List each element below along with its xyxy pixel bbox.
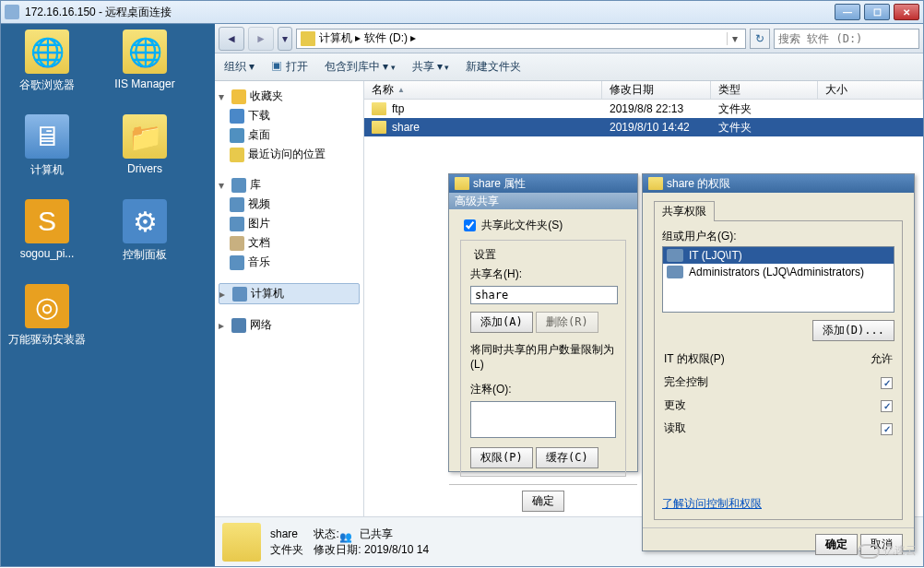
tree-downloads[interactable]: 下载 bbox=[219, 106, 360, 125]
cmd-organize[interactable]: 组织 ▾ bbox=[224, 59, 255, 75]
picture-icon bbox=[230, 217, 244, 231]
status-filename: share bbox=[270, 527, 298, 540]
cache-button[interactable]: 缓存(C) bbox=[536, 447, 598, 468]
computer-icon: 🖥 bbox=[25, 114, 69, 159]
comment-label: 注释(O): bbox=[470, 382, 616, 397]
forward-button[interactable]: ► bbox=[248, 27, 274, 51]
computer-icon bbox=[232, 287, 247, 302]
icon-label: 控制面板 bbox=[123, 247, 167, 263]
user-limit-label: 将同时共享的用户数量限制为(L) bbox=[470, 342, 616, 371]
expand-icon[interactable]: ▸ bbox=[219, 319, 228, 332]
address-dropdown-icon[interactable]: ▾ bbox=[727, 32, 741, 45]
desktop-icon-iis[interactable]: 🌐IIS Manager bbox=[104, 30, 185, 111]
file-row-share[interactable]: share 2019/8/10 14:42 文件夹 bbox=[364, 118, 923, 136]
search-input[interactable] bbox=[774, 29, 919, 49]
sharename-input[interactable] bbox=[470, 286, 618, 304]
tree-computer[interactable]: ▸计算机 bbox=[219, 283, 360, 304]
back-button[interactable]: ◄ bbox=[219, 27, 244, 51]
allow-checkbox[interactable]: ✓ bbox=[881, 400, 893, 412]
desktop-icon-computer[interactable]: 🖥计算机 bbox=[6, 114, 88, 195]
cmd-newfolder[interactable]: 新建文件夹 bbox=[466, 59, 521, 75]
ok-button[interactable]: 确定 bbox=[522, 491, 564, 512]
status-type: 文件夹 bbox=[270, 543, 303, 556]
tree-desktop[interactable]: 桌面 bbox=[219, 125, 360, 145]
collapse-icon[interactable]: ▾ bbox=[219, 90, 228, 103]
close-button[interactable]: ✕ bbox=[894, 4, 919, 20]
col-size[interactable]: 大小 bbox=[818, 81, 923, 99]
status-date-label: 修改日期: bbox=[314, 543, 361, 556]
col-name[interactable]: 名称▲ bbox=[364, 81, 602, 99]
dialog-title: share 的权限 bbox=[643, 174, 914, 193]
minimize-button[interactable]: — bbox=[835, 4, 860, 20]
user-it[interactable]: IT (LJQ\IT) bbox=[663, 247, 894, 264]
tree-music[interactable]: 音乐 bbox=[219, 253, 360, 272]
desktop-icon-controlpanel[interactable]: ⚙控制面板 bbox=[104, 199, 185, 280]
share-checkbox[interactable]: 共享此文件夹(S) bbox=[460, 219, 563, 231]
perm-header-allow: 允许 bbox=[832, 349, 893, 370]
ok-button[interactable]: 确定 bbox=[815, 534, 858, 555]
perm-row-full: 完全控制✓ bbox=[664, 372, 893, 393]
maximize-button[interactable]: ☐ bbox=[864, 4, 890, 20]
desktop-icon-sogou[interactable]: Ssogou_pi... bbox=[6, 199, 88, 280]
cmd-include[interactable]: 包含到库中 ▾ bbox=[325, 59, 396, 75]
column-headers: 名称▲ 修改日期 类型 大小 bbox=[364, 81, 923, 100]
folder-icon: 📁 bbox=[123, 114, 167, 159]
app-icon: 🌐 bbox=[123, 30, 167, 74]
file-row-ftp[interactable]: ftp 2019/8/8 22:13 文件夹 bbox=[364, 100, 923, 118]
status-state: 已共享 bbox=[360, 527, 393, 540]
tree-favorites[interactable]: ▾收藏夹 bbox=[219, 87, 360, 106]
icon-label: IIS Manager bbox=[114, 77, 174, 90]
command-bar: 组织 ▾ ▣ 打开 包含到库中 ▾ 共享 ▾ 新建文件夹 bbox=[215, 53, 923, 81]
address-field[interactable]: 计算机 ▸ 软件 (D:) ▸ ▾ bbox=[296, 29, 746, 49]
history-dropdown[interactable]: ▾ bbox=[278, 27, 292, 51]
cmd-share[interactable]: 共享 ▾ bbox=[412, 59, 450, 75]
desktop-icon-driverinstaller[interactable]: ◎万能驱动安装器 bbox=[6, 284, 88, 365]
fieldset-legend: 设置 bbox=[470, 247, 500, 263]
settings-fieldset: 设置 共享名(H): 添加(A) 删除(R) 将同时共享的用户数量限制为(L) … bbox=[460, 240, 626, 477]
allow-checkbox[interactable]: ✓ bbox=[881, 423, 893, 435]
refresh-button[interactable]: ↻ bbox=[750, 29, 770, 49]
nav-tree: ▾收藏夹 下载 桌面 最近访问的位置 ▾库 视频 图片 文档 音乐 ▸计算机 ▸… bbox=[215, 81, 364, 566]
tree-recent[interactable]: 最近访问的位置 bbox=[219, 145, 360, 164]
user-list[interactable]: IT (LJQ\IT) Administrators (LJQ\Administ… bbox=[662, 246, 894, 313]
icon-label: Drivers bbox=[127, 162, 162, 175]
desktop-icon-drivers[interactable]: 📁Drivers bbox=[104, 114, 185, 195]
tab-share-perm[interactable]: 共享权限 bbox=[654, 201, 715, 221]
add-user-button[interactable]: 添加(D)... bbox=[812, 320, 894, 341]
tree-pictures[interactable]: 图片 bbox=[219, 214, 360, 233]
cmd-open[interactable]: ▣ 打开 bbox=[271, 59, 307, 75]
recent-icon bbox=[230, 148, 244, 162]
controlpanel-icon: ⚙ bbox=[123, 199, 167, 243]
folder-icon bbox=[372, 102, 386, 115]
icon-label: sogou_pi... bbox=[20, 247, 75, 260]
perm-row-read: 读取✓ bbox=[664, 418, 893, 439]
add-button[interactable]: 添加(A) bbox=[470, 312, 533, 333]
remote-desktop: 🌐谷歌浏览器 🌐IIS Manager 🖥计算机 📁Drivers Ssogou… bbox=[1, 24, 215, 566]
music-icon bbox=[230, 255, 244, 270]
tree-videos[interactable]: 视频 bbox=[219, 195, 360, 214]
comment-input[interactable] bbox=[470, 401, 616, 438]
share-properties-dialog: share 属性 高级共享 共享此文件夹(S) 设置 共享名(H): 添加(A)… bbox=[448, 173, 638, 472]
tree-libraries[interactable]: ▾库 bbox=[219, 175, 360, 195]
learn-more-link[interactable]: 了解访问控制和权限 bbox=[662, 497, 762, 510]
window-buttons: — ☐ ✕ bbox=[835, 4, 919, 20]
folder-icon bbox=[372, 121, 386, 134]
expand-icon[interactable]: ▸ bbox=[219, 288, 229, 301]
dialog-footer: 确定 bbox=[449, 484, 637, 517]
tree-network[interactable]: ▸网络 bbox=[219, 315, 360, 335]
rdp-icon bbox=[5, 5, 19, 19]
group-icon bbox=[667, 266, 683, 278]
perm-row-change: 更改✓ bbox=[664, 395, 893, 416]
cloud-icon bbox=[858, 544, 880, 559]
desktop-icon-chrome[interactable]: 🌐谷歌浏览器 bbox=[6, 30, 88, 111]
allow-checkbox[interactable]: ✓ bbox=[881, 377, 893, 389]
col-type[interactable]: 类型 bbox=[711, 81, 818, 99]
star-icon bbox=[231, 89, 246, 104]
collapse-icon[interactable]: ▾ bbox=[219, 179, 228, 192]
user-admins[interactable]: Administrators (LJQ\Administrators) bbox=[663, 264, 894, 280]
tree-documents[interactable]: 文档 bbox=[219, 233, 360, 253]
permissions-button[interactable]: 权限(P) bbox=[470, 447, 533, 468]
status-state-label: 状态: bbox=[314, 527, 338, 540]
remove-button[interactable]: 删除(R) bbox=[536, 312, 598, 333]
col-date[interactable]: 修改日期 bbox=[602, 81, 711, 99]
